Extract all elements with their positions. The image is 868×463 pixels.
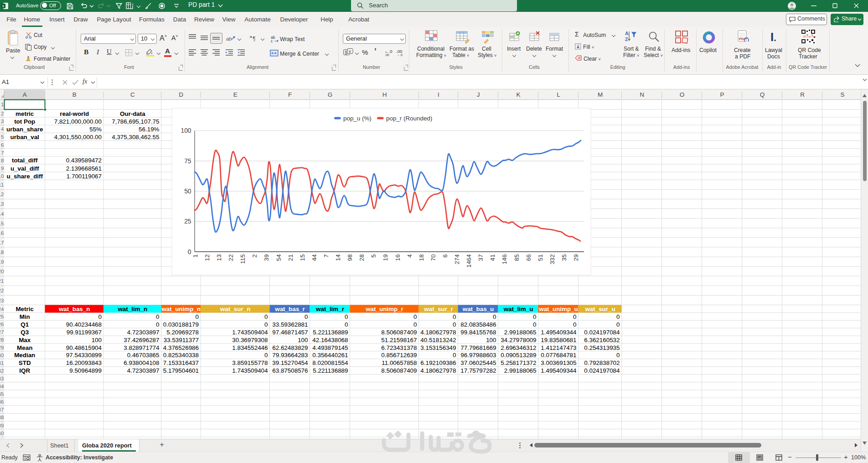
svg-text:70: 70 xyxy=(430,255,437,261)
svg-text:QR Code Tracker: QR Code Tracker xyxy=(803,36,816,38)
svg-text:wat_bas_r: wat_bas_r xyxy=(274,306,305,312)
svg-text:82.08358486: 82.08358486 xyxy=(460,321,496,328)
svg-text:96.97988603: 96.97988603 xyxy=(460,352,496,359)
svg-text:0: 0 xyxy=(305,313,308,320)
svg-text:13: 13 xyxy=(216,255,222,261)
svg-text:23: 23 xyxy=(0,298,4,303)
svg-text:Q3: Q3 xyxy=(21,329,29,336)
svg-text:3.828971774: 3.828971774 xyxy=(124,344,160,351)
svg-text:4.180627978: 4.180627978 xyxy=(420,329,456,336)
svg-text:16: 16 xyxy=(394,255,401,261)
svg-text:Min: Min xyxy=(20,313,30,320)
svg-text:15: 15 xyxy=(0,221,4,226)
svg-text:7: 7 xyxy=(323,255,330,258)
svg-text:G: G xyxy=(328,91,333,98)
svg-text:5.221136889: 5.221136889 xyxy=(313,329,348,336)
svg-text:24: 24 xyxy=(0,307,4,312)
svg-text:18: 18 xyxy=(0,250,4,255)
svg-text:51.21598167: 51.21598167 xyxy=(381,337,417,343)
svg-text:11: 11 xyxy=(0,182,4,187)
svg-text:Q: Q xyxy=(760,91,765,98)
svg-text:22: 22 xyxy=(227,255,234,261)
svg-text:4.376526986: 4.376526986 xyxy=(163,344,199,351)
svg-text:A: A xyxy=(23,91,27,98)
svg-text:6.192109386: 6.192109386 xyxy=(420,359,456,366)
svg-text:90.40234468: 90.40234468 xyxy=(66,321,102,328)
svg-text:I: I xyxy=(438,91,439,98)
svg-text:16: 16 xyxy=(0,230,4,236)
svg-text:.00: .00 xyxy=(385,53,389,56)
svg-text:55%: 55% xyxy=(89,126,102,133)
svg-text:1.412147473: 1.412147473 xyxy=(541,344,576,351)
svg-text:0.856712639: 0.856712639 xyxy=(381,352,417,359)
svg-text:100: 100 xyxy=(486,337,496,343)
svg-text:0: 0 xyxy=(156,321,159,328)
svg-text:8.020081554: 8.020081554 xyxy=(312,359,348,366)
svg-text:17: 17 xyxy=(0,240,4,245)
svg-text:97.54330899: 97.54330899 xyxy=(66,352,102,359)
svg-text:21: 21 xyxy=(0,278,4,284)
svg-text:37.06025445: 37.06025445 xyxy=(460,359,496,366)
svg-text:5.221136889: 5.221136889 xyxy=(313,367,348,374)
svg-text:0: 0 xyxy=(264,321,268,328)
svg-text:0: 0 xyxy=(453,313,456,320)
svg-text:6: 6 xyxy=(1,142,4,148)
svg-text:0.254313935: 0.254313935 xyxy=(584,344,620,351)
svg-text:115: 115 xyxy=(239,255,246,264)
svg-text:332: 332 xyxy=(549,255,556,265)
svg-text:PDF: PDF xyxy=(739,37,746,41)
svg-text:P: P xyxy=(720,91,724,98)
svg-text:0: 0 xyxy=(533,321,536,328)
svg-text:146: 146 xyxy=(501,255,508,265)
svg-text:0.024197084: 0.024197084 xyxy=(584,329,620,336)
svg-text:25: 25 xyxy=(184,218,191,225)
svg-text:9: 9 xyxy=(1,166,4,171)
svg-text:99.84155768: 99.84155768 xyxy=(460,329,496,336)
svg-text:wat_bas_n: wat_bas_n xyxy=(58,306,90,312)
svg-text:7.153316437: 7.153316437 xyxy=(163,359,199,366)
svg-text:M: M xyxy=(598,91,603,98)
svg-text:8: 8 xyxy=(1,158,4,163)
svg-text:7,786,695,107.75: 7,786,695,107.75 xyxy=(112,118,159,125)
svg-text:wat_lim_u: wat_lim_u xyxy=(503,306,533,312)
svg-text:75: 75 xyxy=(184,158,191,165)
svg-text:1.700119067: 1.700119067 xyxy=(67,173,102,180)
svg-text:1.743509404: 1.743509404 xyxy=(232,329,268,336)
svg-text:28: 28 xyxy=(0,337,4,343)
svg-text:metric: metric xyxy=(16,110,34,117)
svg-text:9.50964899: 9.50964899 xyxy=(69,367,102,374)
svg-text:62.62483829: 62.62483829 xyxy=(272,344,308,351)
svg-text:37: 37 xyxy=(477,255,484,261)
svg-text:1.834552446: 1.834552446 xyxy=(232,344,268,351)
svg-text:J: J xyxy=(477,91,480,98)
svg-text:40: 40 xyxy=(0,431,4,436)
svg-text:35: 35 xyxy=(561,255,568,261)
svg-text:wat_lim_r: wat_lim_r xyxy=(315,306,345,312)
svg-text:urban_val: urban_val xyxy=(10,134,39,140)
svg-text:D: D xyxy=(179,91,183,98)
svg-text:12: 12 xyxy=(204,255,211,261)
svg-text:21: 21 xyxy=(287,255,294,261)
svg-text:0: 0 xyxy=(345,321,348,328)
svg-text:wat_sur_n: wat_sur_n xyxy=(220,306,250,312)
svg-text:30: 30 xyxy=(0,353,4,358)
svg-text:54: 54 xyxy=(275,255,282,261)
svg-text:0: 0 xyxy=(573,321,576,328)
svg-text:3.003691305: 3.003691305 xyxy=(541,359,576,366)
svg-text:63.87508576: 63.87508576 xyxy=(272,367,308,374)
svg-text:urban_share: urban_share xyxy=(6,126,43,133)
svg-text:34.27978009: 34.27978009 xyxy=(501,337,536,343)
svg-text:2.99188065: 2.99188065 xyxy=(504,367,537,374)
svg-text:100: 100 xyxy=(298,337,308,343)
svg-text:0: 0 xyxy=(196,313,199,320)
svg-text:0: 0 xyxy=(453,321,456,328)
svg-text:7,821,000,000.00: 7,821,000,000.00 xyxy=(54,118,102,125)
svg-text:Our-data: Our-data xyxy=(120,110,145,117)
svg-text:38: 38 xyxy=(0,415,4,420)
svg-text:4,375,308,462.55: 4,375,308,462.55 xyxy=(112,134,159,140)
svg-text:274: 274 xyxy=(454,255,460,265)
svg-text:41: 41 xyxy=(489,255,496,261)
svg-text:98: 98 xyxy=(346,255,353,261)
svg-text:0: 0 xyxy=(573,313,576,320)
svg-text:0: 0 xyxy=(616,352,620,359)
